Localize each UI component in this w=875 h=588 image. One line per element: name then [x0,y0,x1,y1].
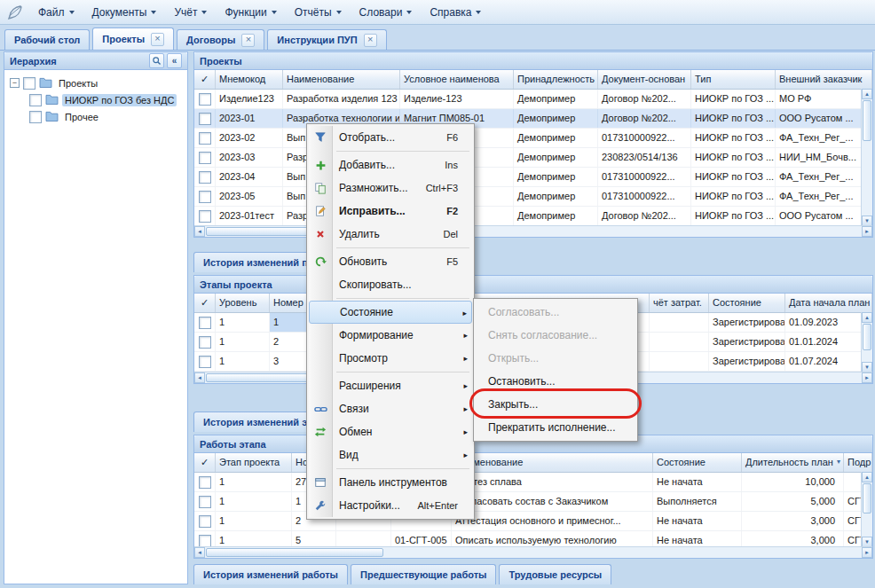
column-header[interactable]: Наименование [452,453,653,472]
tree-node-label[interactable]: Прочее [62,111,101,123]
scroll-left-icon[interactable]: ◄ [194,372,205,383]
scroll-up-icon[interactable]: ▲ [862,89,872,99]
tab-labor-resources[interactable]: Трудовые ресурсы [499,564,611,584]
scroll-right-icon[interactable]: ► [862,372,872,383]
menu-item-extensions[interactable]: Расширения ▸ [309,374,472,397]
menu-item-links[interactable]: Связи ▸ [309,397,472,420]
scrollbar-thumb[interactable] [206,548,383,557]
table-row[interactable]: 2023-01тест Разр ый маг... Демопример До… [194,207,872,226]
close-icon[interactable]: × [151,33,164,46]
row-checkbox[interactable] [199,356,211,368]
row-checkbox[interactable] [199,171,211,184]
table-row[interactable]: 1 2 Аттестация основного и примесног... … [194,512,872,531]
find-icon[interactable] [149,53,164,68]
tab-preceding-works[interactable]: Предшествующие работы [351,564,496,584]
table-row[interactable]: 1 27 Синтез сплава Не начата 10,000 [194,473,872,492]
tree-checkbox[interactable] [29,111,42,123]
row-checkbox[interactable] [199,317,211,329]
column-header[interactable]: Подр [844,453,872,472]
menu-item-exchange[interactable]: Обмен ▸ [309,420,472,443]
column-header[interactable]: Уровень [216,294,270,312]
row-checkbox[interactable] [199,152,211,164]
collapse-panel-icon[interactable]: « [167,53,182,68]
menu-item-state[interactable]: Состояние ▸ [309,301,472,324]
scrollbar-thumb[interactable] [863,483,871,514]
row-checkbox[interactable] [199,113,211,125]
table-row[interactable]: 1 1 Согласовать состав с Заказчиком Выпо… [194,492,872,512]
vertical-scrollbar[interactable]: ▲ ▼ [861,312,872,372]
tab-contracts[interactable]: Договоры× [177,29,264,50]
menu-item-view[interactable]: Вид ▸ [309,443,472,466]
scroll-right-icon[interactable]: ► [862,547,872,558]
table-row[interactable]: 2023-03 Разр 23/269 Демопример 230823/05… [194,148,872,168]
scroll-right-icon[interactable]: ► [862,226,872,237]
table-row[interactable]: 2023-05 Вып Демопример 017310000922... Н… [194,187,872,207]
tab-projects[interactable]: Проекты× [92,27,174,50]
tree-node-label[interactable]: Проекты [56,77,100,90]
submenu-item-terminate[interactable]: Прекратить исполнение... [476,416,635,439]
scroll-left-icon[interactable]: ◄ [194,226,205,237]
menu-documents[interactable]: Документы [84,3,165,22]
menu-accounting[interactable]: Учёт [166,3,215,22]
table-row[interactable]: 2023-02 Вып -ЭМС Демопример 017310000922… [194,129,872,148]
menu-item-filter[interactable]: Отобрать... F6 [309,126,472,149]
tree-checkbox[interactable] [23,77,35,90]
check-column-header[interactable]: ✓ [194,70,216,89]
row-checkbox[interactable] [199,336,211,349]
menu-functions[interactable]: Функции [217,3,284,22]
tree-node-root[interactable]: − Проекты [8,74,184,91]
menu-item-delete[interactable]: Удалить Del [309,223,472,246]
column-header-sorted[interactable]: Длительность план▾ [742,453,844,472]
menu-item-add[interactable]: Добавить... Ins [309,153,472,176]
row-checkbox[interactable] [199,191,211,203]
table-row[interactable]: 2023-04 Вып Демопример 017310000922... Н… [194,168,872,187]
submenu-item-stop[interactable]: Остановить... [476,370,635,393]
column-header[interactable]: чёт затрат. [650,294,709,312]
close-icon[interactable]: × [364,34,377,47]
column-header[interactable]: Внешний заказчик [776,70,872,89]
menu-item-toolbar[interactable]: Панель инструментов [309,471,472,494]
vertical-scrollbar[interactable]: ▲ ▼ [861,472,872,547]
row-checkbox[interactable] [199,210,211,223]
menu-reports[interactable]: Отчёты [287,3,350,22]
column-header[interactable]: Состояние [653,453,742,472]
row-checkbox[interactable] [199,132,211,145]
tree-node-label-selected[interactable]: НИОКР по ГОЗ без НДС [62,94,177,106]
horizontal-scrollbar[interactable]: ◄ ► [194,546,872,558]
menu-item-view-mode[interactable]: Просмотр ▸ [309,347,472,370]
menu-item-copy[interactable]: Скопировать... [309,273,472,296]
column-header[interactable]: Документ-основан [598,70,691,89]
menu-file[interactable]: Файл [30,3,83,22]
check-column-header[interactable]: ✓ [194,453,216,472]
row-checkbox[interactable] [199,535,211,547]
menu-help[interactable]: Справка [422,3,489,22]
scrollbar-thumb[interactable] [206,227,321,236]
submenu-item-close[interactable]: Закрыть... [476,393,635,416]
scroll-left-icon[interactable]: ◄ [194,547,205,558]
tab-desktop[interactable]: Рабочий стол [4,29,90,50]
column-header[interactable]: Условное наименова [400,70,514,89]
menu-item-edit[interactable]: Исправить... F2 [309,200,472,223]
tree-node[interactable]: Прочее [8,108,184,125]
column-header[interactable]: Этап проекта [216,453,292,472]
menu-item-duplicate[interactable]: Размножить... Ctrl+F3 [309,176,472,200]
row-checkbox[interactable] [199,476,211,489]
check-column-header[interactable]: ✓ [194,294,216,312]
row-checkbox[interactable] [199,93,211,106]
close-icon[interactable]: × [241,34,255,47]
menu-item-formation[interactable]: Формирование ▸ [309,324,472,347]
column-header[interactable]: Тип [691,70,776,89]
tree-expander-icon[interactable]: − [10,78,20,88]
scrollbar-thumb[interactable] [863,324,871,350]
menu-item-settings[interactable]: Настройки... Alt+Enter [309,494,472,517]
menu-item-refresh[interactable]: Обновить F5 [309,250,472,273]
tree-checkbox[interactable] [29,94,42,106]
column-header[interactable]: Состояние [709,294,785,312]
column-header[interactable]: Мнемокод [216,70,283,89]
tree-node[interactable]: НИОКР по ГОЗ без НДС [8,91,184,108]
scroll-up-icon[interactable]: ▲ [862,312,872,323]
scroll-up-icon[interactable]: ▲ [862,472,872,482]
tab-work-history[interactable]: История изменений работы [193,564,348,584]
column-header[interactable]: Дата начала план [785,294,872,312]
column-header[interactable]: Принадлежность [514,70,598,89]
